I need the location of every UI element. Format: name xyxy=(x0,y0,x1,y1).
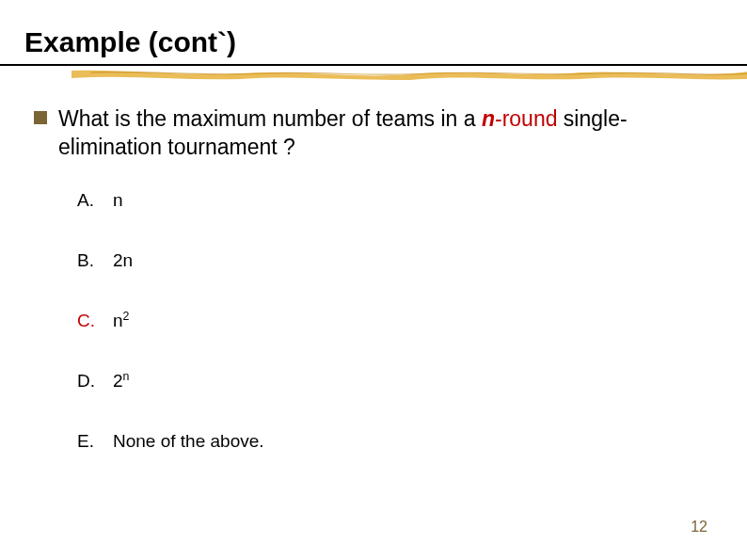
question-text: What is the maximum number of teams in a… xyxy=(58,105,689,162)
question-variable-n: n xyxy=(482,106,495,131)
square-bullet-icon xyxy=(34,111,47,124)
slide-title: Example (cont`) xyxy=(24,26,713,58)
option-value-c: n2 xyxy=(113,311,129,331)
option-e: E. None of the above. xyxy=(77,431,713,452)
option-c: C. n2 xyxy=(77,311,713,331)
option-value-a: n xyxy=(113,190,123,211)
question-prefix: What is the maximum number of teams in a xyxy=(58,106,482,131)
option-c-base: n xyxy=(113,311,123,330)
option-d-base: 2 xyxy=(113,371,123,391)
option-d: D. 2n xyxy=(77,371,713,392)
answer-options: A. n B. 2n C. n2 D. 2n xyxy=(77,190,713,452)
option-c-sup: 2 xyxy=(123,309,130,322)
option-b: B. 2n xyxy=(77,250,713,271)
option-b-base: 2 xyxy=(113,250,123,270)
brush-stroke-icon xyxy=(72,68,747,81)
question-row: What is the maximum number of teams in a… xyxy=(34,105,713,162)
option-letter-e: E. xyxy=(77,431,96,452)
question-middle: -round xyxy=(495,106,557,131)
option-letter-a: A. xyxy=(77,190,96,211)
option-letter-d: D. xyxy=(77,371,96,392)
option-b-plain: n xyxy=(123,250,134,270)
title-underline xyxy=(34,64,713,79)
option-value-d: 2n xyxy=(113,371,129,392)
option-d-sup: n xyxy=(123,369,130,382)
thin-rule xyxy=(0,64,747,66)
option-value-b: 2n xyxy=(113,250,133,271)
option-a: A. n xyxy=(77,190,713,211)
option-letter-b: B. xyxy=(77,250,96,271)
page-number: 12 xyxy=(691,519,707,536)
option-value-e: None of the above. xyxy=(113,431,264,452)
option-letter-c: C. xyxy=(77,311,96,331)
